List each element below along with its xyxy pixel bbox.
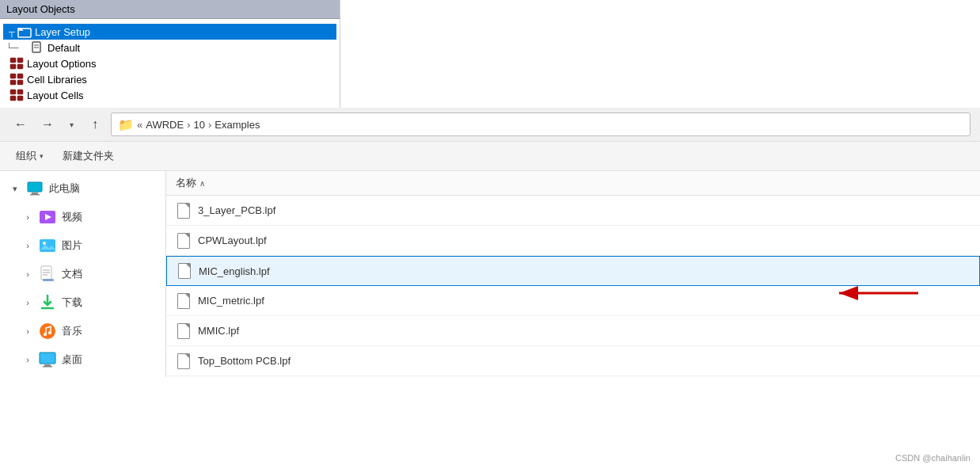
- sort-arrow-icon: ∧: [199, 179, 205, 188]
- svg-point-32: [48, 331, 51, 334]
- file-item[interactable]: MMIC.lpf: [166, 316, 980, 346]
- file-item[interactable]: 3_Layer_PCB.lpf: [166, 196, 980, 226]
- tree-item-layer-setup[interactable]: ┬ Layer Setup: [3, 24, 336, 40]
- svg-rect-6: [10, 64, 16, 69]
- name-column-header: 名称 ∧: [176, 176, 971, 190]
- svg-rect-33: [40, 353, 55, 364]
- downloads-icon: [38, 293, 57, 312]
- place-item-music[interactable]: › 音乐: [0, 317, 165, 345]
- svg-rect-4: [10, 58, 16, 63]
- place-label: 下载: [62, 296, 82, 310]
- nav-dropdown-button[interactable]: ▾: [63, 113, 79, 135]
- file-name: CPWLayout.lpf: [198, 234, 267, 246]
- svg-rect-14: [10, 96, 16, 101]
- tree-item-label: Layout Cells: [27, 90, 84, 101]
- expander-icon: ›: [22, 326, 33, 336]
- file-doc-icon: [176, 203, 192, 219]
- svg-rect-16: [28, 182, 42, 192]
- content-area: ▾ 此电脑 ›: [0, 171, 980, 377]
- file-doc-icon: [177, 263, 192, 279]
- nav-sep-2: ›: [187, 119, 190, 131]
- file-item[interactable]: CPWLayout.lpf: [166, 226, 980, 256]
- file-item-selected[interactable]: MIC_english.lpf: [166, 256, 980, 286]
- places-panel: ▾ 此电脑 ›: [0, 171, 166, 377]
- file-name: MIC_english.lpf: [199, 265, 270, 277]
- expander-icon: ›: [22, 355, 33, 364]
- up-button[interactable]: ↑: [84, 113, 106, 135]
- file-doc-icon: [176, 293, 192, 309]
- tree-item-label: Layout Options: [27, 58, 96, 70]
- file-doc-icon: [176, 233, 192, 249]
- grid-red-icon: [9, 57, 24, 70]
- tree-item-default[interactable]: └─ Default: [3, 40, 336, 55]
- nav-path[interactable]: 📁 « AWRDE › 10 › Examples: [111, 112, 971, 136]
- file-item[interactable]: Top_Bottom PCB.lpf: [166, 346, 980, 376]
- file-doc-icon: [176, 353, 192, 369]
- tree-item-label: Layer Setup: [35, 26, 90, 38]
- grid-red-icon: [9, 89, 24, 101]
- nav-path-examples: Examples: [215, 119, 260, 131]
- folder-outline-icon: [17, 25, 32, 38]
- expander-icon: ›: [22, 241, 33, 250]
- svg-rect-10: [10, 80, 16, 85]
- toolbar: 组织 ▾ 新建文件夹: [0, 142, 980, 171]
- left-panel: Layout Objects ┬ Layer Setup └─: [0, 0, 340, 108]
- expander-icon: ┬: [6, 27, 17, 36]
- svg-rect-13: [17, 90, 23, 94]
- file-doc-icon: [176, 323, 192, 339]
- back-button[interactable]: ←: [9, 113, 32, 135]
- svg-point-31: [44, 333, 47, 336]
- svg-rect-9: [17, 74, 23, 78]
- svg-rect-11: [17, 80, 23, 85]
- place-item-downloads[interactable]: › 下载: [0, 288, 165, 317]
- place-item-videos[interactable]: › 视频: [0, 203, 165, 231]
- svg-rect-18: [30, 194, 40, 196]
- folder-icon: 📁: [118, 117, 134, 132]
- place-item-documents[interactable]: › 文档: [0, 260, 165, 288]
- nav-path-awrde: AWRDE: [146, 119, 184, 131]
- forward-button[interactable]: →: [36, 113, 59, 135]
- desktop-icon: [38, 350, 57, 369]
- place-item-desktop[interactable]: › 桌面: [0, 345, 165, 374]
- tree-item-layout-cells[interactable]: Layout Cells: [3, 87, 336, 103]
- right-panel: ← → ▾ ↑ 📁 « AWRDE › 10 › Examples 组织 ▾ 新…: [0, 108, 980, 377]
- place-label: 音乐: [62, 324, 82, 338]
- place-label: 桌面: [62, 353, 82, 367]
- place-label: 文档: [62, 267, 82, 281]
- place-label: 视频: [62, 210, 82, 224]
- svg-point-30: [40, 323, 55, 339]
- organize-button[interactable]: 组织 ▾: [9, 147, 50, 166]
- svg-rect-28: [43, 279, 54, 281]
- grid-red-icon: [9, 73, 24, 86]
- file-name: MIC_metric.lpf: [198, 295, 264, 307]
- documents-icon: [38, 265, 57, 284]
- svg-rect-8: [10, 74, 16, 78]
- svg-point-22: [43, 242, 46, 245]
- video-icon: [38, 208, 57, 227]
- tree-area: ┬ Layer Setup └─: [0, 19, 340, 108]
- place-item-computer[interactable]: ▾ 此电脑: [0, 174, 165, 203]
- file-name: 3_Layer_PCB.lpf: [198, 204, 275, 216]
- expander-icon: ▾: [9, 184, 21, 194]
- file-name: Top_Bottom PCB.lpf: [198, 355, 291, 367]
- expander-icon: ›: [22, 269, 33, 279]
- tree-item-label: Default: [47, 42, 80, 54]
- place-label: 图片: [62, 238, 82, 253]
- svg-rect-21: [40, 239, 55, 252]
- new-folder-button[interactable]: 新建文件夹: [56, 147, 120, 166]
- tree-item-layout-options[interactable]: Layout Options: [3, 55, 336, 71]
- file-item[interactable]: MIC_metric.lpf: [166, 286, 980, 316]
- svg-rect-17: [32, 193, 38, 194]
- file-name: MMIC.lpf: [198, 325, 239, 337]
- pictures-icon: [38, 236, 57, 255]
- place-label: 此电脑: [49, 181, 80, 196]
- files-header: 名称 ∧: [166, 171, 980, 196]
- computer-icon: [25, 179, 44, 198]
- tree-item-cell-libraries[interactable]: Cell Libraries: [3, 71, 336, 87]
- expander-icon: ›: [22, 212, 33, 222]
- svg-rect-7: [17, 64, 23, 69]
- place-item-pictures[interactable]: › 图片: [0, 231, 165, 260]
- svg-rect-35: [43, 366, 52, 368]
- nav-path-10: 10: [193, 119, 204, 131]
- nav-sep-3: ›: [208, 119, 211, 131]
